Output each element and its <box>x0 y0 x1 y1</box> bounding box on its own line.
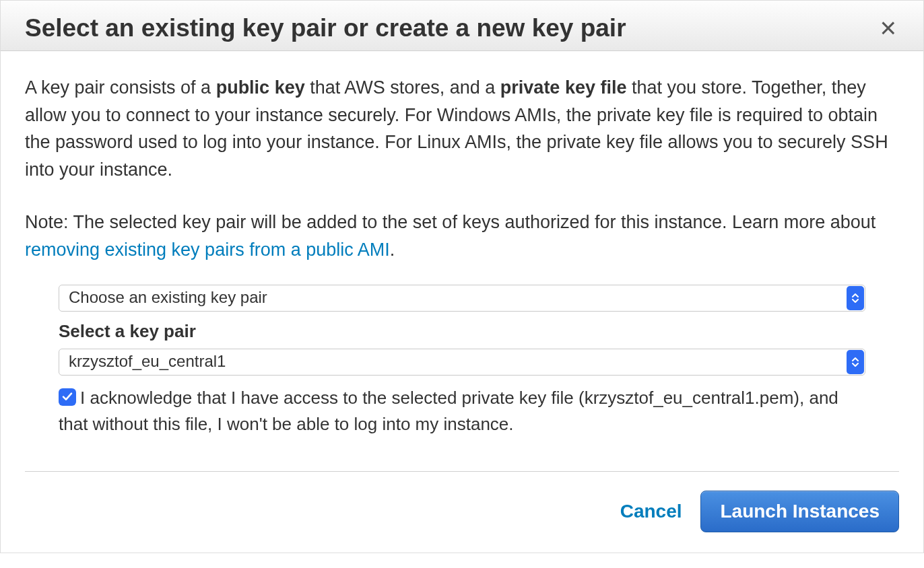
cancel-button[interactable]: Cancel <box>620 501 682 522</box>
note-seg1: Note: The selected key pair will be adde… <box>25 212 876 232</box>
keypair-name-select[interactable]: krzysztof_eu_central1 <box>59 349 865 376</box>
acknowledge-checkbox[interactable] <box>59 388 76 406</box>
keypair-modal: Select an existing key pair or create a … <box>0 0 924 553</box>
description-text: A key pair consists of a public key that… <box>25 74 899 183</box>
desc-bold-public-key: public key <box>216 77 305 98</box>
note-seg2: . <box>390 240 395 260</box>
modal-body: A key pair consists of a public key that… <box>1 51 923 451</box>
close-icon[interactable]: × <box>877 14 899 42</box>
form-block: Choose an existing key pair Select a key… <box>59 285 899 437</box>
acknowledge-row: I acknowledge that I have access to the … <box>59 385 865 437</box>
modal-header: Select an existing key pair or create a … <box>1 1 923 51</box>
remove-keypairs-link[interactable]: removing existing key pairs from a publi… <box>25 240 390 260</box>
note-text: Note: The selected key pair will be adde… <box>25 209 899 263</box>
modal-title: Select an existing key pair or create a … <box>25 14 626 42</box>
desc-bold-private-key-file: private key file <box>500 77 627 98</box>
keypair-action-select-wrap: Choose an existing key pair <box>59 285 865 312</box>
modal-footer: Cancel Launch Instances <box>25 471 899 553</box>
launch-instances-button[interactable]: Launch Instances <box>700 491 899 532</box>
desc-seg1: A key pair consists of a <box>25 77 216 98</box>
keypair-action-select[interactable]: Choose an existing key pair <box>59 285 865 312</box>
acknowledge-text: I acknowledge that I have access to the … <box>59 388 838 434</box>
keypair-name-select-wrap: krzysztof_eu_central1 <box>59 349 865 376</box>
desc-seg2: that AWS stores, and a <box>305 77 500 98</box>
select-keypair-label: Select a key pair <box>59 321 865 342</box>
